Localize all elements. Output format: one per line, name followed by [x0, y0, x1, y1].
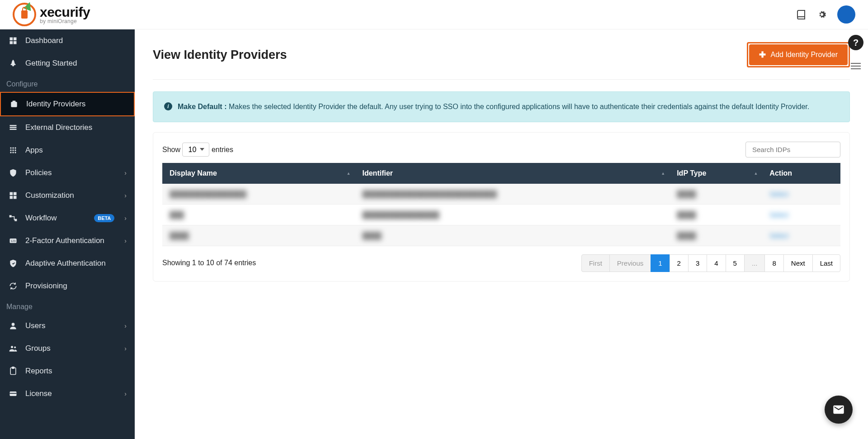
cell-action[interactable]: Select	[762, 204, 840, 225]
sidebar-item-2-factor-authentication[interactable]: 1232-Factor Authentication›	[0, 229, 135, 252]
cell-action[interactable]: Select	[762, 184, 840, 205]
column-identifier[interactable]: Identifier▲	[355, 163, 670, 184]
sidebar-item-label: Getting Started	[25, 59, 127, 68]
page-size-select[interactable]: 10	[182, 143, 209, 157]
sidebar-item-apps[interactable]: Apps	[0, 139, 135, 162]
svg-point-17	[14, 152, 16, 153]
logo-mark	[13, 3, 36, 26]
help-button[interactable]: ?	[848, 35, 863, 50]
rocket-icon	[8, 58, 18, 68]
table-row: ████████████████████████████████████████…	[162, 184, 840, 205]
column-idp-type[interactable]: IdP Type▲	[670, 163, 762, 184]
search-input[interactable]	[745, 142, 840, 157]
page-last[interactable]: Last	[812, 254, 840, 272]
cell-type: ████	[670, 184, 762, 205]
adaptive-icon	[8, 258, 18, 268]
avatar[interactable]	[837, 5, 855, 24]
sidebar-item-reports[interactable]: Reports	[0, 360, 135, 382]
sidebar-item-provisioning[interactable]: Provisioning	[0, 275, 135, 297]
gear-icon[interactable]	[816, 9, 827, 20]
page-2[interactable]: 2	[670, 254, 689, 272]
svg-text:123: 123	[10, 239, 15, 243]
svg-rect-20	[9, 215, 12, 217]
sidebar-item-dashboard[interactable]: Dashboard	[0, 29, 135, 52]
svg-rect-21	[14, 219, 17, 221]
cell-action[interactable]: Select	[762, 225, 840, 246]
sidebar-item-label: Groups	[25, 344, 117, 353]
svg-point-26	[14, 346, 16, 348]
add-identity-provider-button[interactable]: ✚ Add Identity Provider	[749, 44, 848, 65]
customization-icon	[8, 191, 18, 200]
cell-identifier: ████████████████	[355, 204, 670, 225]
sidebar-item-policies[interactable]: Policies›	[0, 162, 135, 184]
provisioning-icon	[8, 281, 18, 291]
sidebar-section-manage: Manage	[0, 297, 135, 315]
svg-rect-18	[10, 192, 13, 196]
docs-icon[interactable]	[796, 9, 807, 20]
page-3[interactable]: 3	[688, 254, 707, 272]
plus-icon: ✚	[759, 50, 766, 60]
chevron-right-icon: ›	[124, 345, 127, 352]
svg-rect-8	[10, 129, 17, 130]
page-...: ...	[744, 254, 765, 272]
sidebar-item-identity-providers[interactable]: Identity Providers	[0, 92, 135, 116]
page-5[interactable]: 5	[726, 254, 745, 272]
idp-table-panel: Show 10 entries Display Name▲Identifier▲…	[153, 132, 850, 282]
add-idp-label: Add Identity Provider	[770, 51, 838, 59]
svg-rect-28	[12, 367, 14, 368]
sidebar-item-label: Reports	[25, 367, 127, 376]
column-action[interactable]: Action	[762, 163, 840, 184]
sidebar-item-label: Customization	[25, 191, 117, 200]
sidebar-item-label: Identity Providers	[26, 100, 126, 109]
sidebar-item-users[interactable]: Users›	[0, 315, 135, 337]
sidebar-item-adaptive-authentication[interactable]: Adaptive Authentication	[0, 252, 135, 275]
sidebar-item-label: License	[25, 389, 117, 398]
chat-button[interactable]	[825, 396, 853, 424]
sidebar-item-license[interactable]: License›	[0, 382, 135, 405]
sidebar-item-customization[interactable]: Customization›	[0, 184, 135, 207]
sidebar-item-external-directories[interactable]: External Directories	[0, 116, 135, 139]
column-display-name[interactable]: Display Name▲	[162, 163, 355, 184]
brand-logo[interactable]: xecurify by miniOrange	[13, 3, 90, 26]
cell-type: ████	[670, 225, 762, 246]
directories-icon	[8, 123, 18, 133]
sidebar-item-getting-started[interactable]: Getting Started	[0, 52, 135, 75]
cell-display: ████████████████	[162, 184, 355, 205]
svg-rect-5	[13, 101, 16, 103]
brand-sub: by miniOrange	[40, 18, 90, 24]
info-banner: i Make Default : Makes the selected Iden…	[153, 91, 850, 122]
page-1[interactable]: 1	[651, 254, 670, 272]
table-row: ███████████████████████Select	[162, 204, 840, 225]
svg-rect-7	[10, 127, 17, 128]
chevron-right-icon: ›	[124, 192, 127, 199]
svg-rect-1	[14, 38, 17, 41]
sidebar-section-configure: Configure	[0, 75, 135, 92]
groups-icon	[8, 344, 18, 353]
sort-icon: ▲	[347, 172, 351, 175]
chevron-right-icon: ›	[124, 215, 127, 222]
svg-rect-4	[11, 102, 17, 107]
sidebar-item-groups[interactable]: Groups›	[0, 337, 135, 360]
page-4[interactable]: 4	[707, 254, 726, 272]
beta-badge: BETA	[94, 214, 114, 222]
page-8[interactable]: 8	[764, 254, 783, 272]
svg-point-14	[14, 149, 16, 151]
sidebar-item-label: Dashboard	[25, 36, 127, 45]
page-next[interactable]: Next	[783, 254, 813, 272]
users-icon	[8, 321, 18, 331]
page-prev: Previous	[609, 254, 651, 272]
svg-rect-30	[10, 393, 17, 394]
sidebar-item-label: Apps	[25, 146, 127, 155]
sort-icon: ▲	[661, 172, 665, 175]
svg-rect-0	[10, 38, 13, 41]
page-title: View Identity Providers	[153, 48, 287, 62]
reports-icon	[8, 366, 18, 376]
app-header: xecurify by miniOrange	[0, 0, 868, 29]
chevron-right-icon: ›	[124, 237, 127, 244]
page-first: First	[581, 254, 610, 272]
sidebar-item-label: 2-Factor Authentication	[25, 236, 117, 245]
right-menu-icon[interactable]	[851, 61, 861, 71]
chevron-right-icon: ›	[124, 169, 127, 177]
sidebar-item-label: Workflow	[25, 214, 87, 223]
sidebar-item-workflow[interactable]: WorkflowBETA›	[0, 207, 135, 229]
